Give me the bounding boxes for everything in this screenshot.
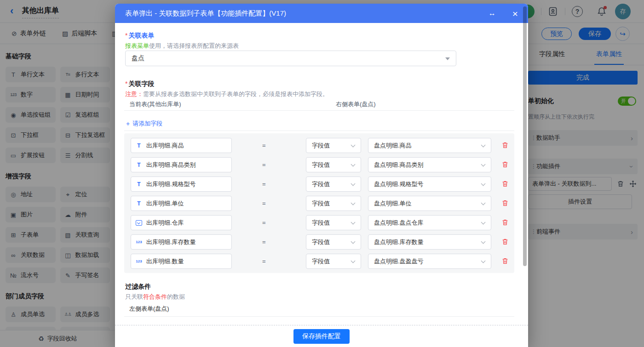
expand-modal-icon[interactable]: ↔ — [489, 9, 496, 17]
source-field-label: 出库明细.数量 — [146, 257, 184, 266]
caret-down-icon — [445, 57, 450, 60]
field-mapping-row: T 出库明细.商品 = 字段值 盘点明细.商品 — [124, 138, 514, 153]
source-field-label: 出库明细.单位 — [146, 199, 184, 208]
close-modal-icon[interactable]: × — [512, 9, 518, 18]
source-field-label: 出库明细.库存数量 — [146, 238, 196, 246]
chevron-down-icon — [351, 201, 356, 205]
target-field-select[interactable]: 盘点明细.盘盈盘亏 — [368, 254, 491, 269]
value-type-value: 字段值 — [312, 142, 330, 150]
value-type-value: 字段值 — [312, 257, 330, 266]
delete-row-icon[interactable] — [501, 257, 509, 265]
operator-equals: = — [262, 219, 266, 226]
filter-highlight: 符合条件 — [143, 293, 167, 300]
value-type-select[interactable]: 字段值 — [306, 254, 361, 269]
source-field-box[interactable]: T 出库明细.单位 — [131, 196, 232, 211]
value-type-value: 字段值 — [312, 161, 330, 169]
value-type-value: 字段值 — [312, 180, 330, 188]
column-header-current-table: 当前表(其他出库单) — [129, 100, 181, 108]
target-field-select[interactable]: 盘点明细.商品 — [368, 138, 491, 153]
modal-scrollbar-thumb[interactable] — [523, 6, 527, 266]
source-field-box[interactable]: 出库明细.仓库 — [131, 215, 232, 230]
delete-row-icon[interactable] — [501, 199, 509, 207]
delete-row-icon[interactable] — [501, 161, 509, 168]
related-fields-label: *关联字段 — [125, 80, 154, 88]
field-mapping-row: 123 出库明细.数量 = 字段值 盘点明细.盘盈盘亏 — [124, 254, 514, 269]
related-fields-note: 注意：需要从报表多选数据中关联到子表单的字段，必须是报表中添加字段。 — [125, 90, 328, 98]
column-header-right-table: 右侧表单(盘点) — [336, 100, 376, 108]
delete-row-icon[interactable] — [501, 238, 509, 245]
value-type-value: 字段值 — [312, 199, 330, 208]
target-field-select[interactable]: 盘点明细.单位 — [368, 196, 491, 211]
value-type-select[interactable]: 字段值 — [306, 138, 361, 153]
source-field-label: 出库明细.商品类别 — [146, 161, 196, 169]
source-field-box[interactable]: 123 出库明细.库存数量 — [131, 234, 232, 250]
delete-row-icon[interactable] — [501, 180, 509, 188]
report-menu-highlight: 报表菜单 — [125, 42, 149, 49]
value-type-select[interactable]: 字段值 — [306, 215, 361, 230]
required-mark: * — [125, 80, 127, 87]
number-field-icon: 123 — [136, 260, 142, 263]
value-type-select[interactable]: 字段值 — [306, 157, 361, 172]
save-plugin-config-button[interactable]: 保存插件配置 — [293, 329, 350, 344]
text-field-icon: T — [136, 162, 142, 168]
related-form-select[interactable]: 盘点 — [125, 51, 456, 66]
note-highlight: 注意： — [125, 91, 143, 97]
filter-left-table-label: 左侧表单(盘点) — [129, 305, 169, 313]
select-field-icon — [136, 220, 142, 226]
filter-condition-label: 过滤条件 — [125, 283, 151, 291]
target-field-select[interactable]: 盘点明细.库存数量 — [368, 234, 491, 250]
text-field-icon: T — [136, 201, 142, 206]
target-field-value: 盘点明细.商品类别 — [374, 161, 424, 169]
number-field-icon: 123 — [136, 240, 142, 244]
chevron-down-icon — [351, 239, 356, 244]
target-field-value: 盘点明细.商品 — [374, 142, 412, 150]
chevron-down-icon — [351, 162, 356, 167]
chevron-down-icon — [481, 182, 486, 186]
modal-body: *关联表单 报表菜单使用，请选择报表所配置的来源表 盘点 *关联字段 注意：需要… — [115, 23, 528, 325]
related-form-desc: 报表菜单使用，请选择报表所配置的来源表 — [125, 42, 239, 50]
target-field-value: 盘点明细.规格型号 — [374, 180, 424, 188]
field-mapping-row: T 出库明细.商品类别 = 字段值 盘点明细.商品类别 — [124, 157, 514, 172]
value-type-select[interactable]: 字段值 — [306, 234, 361, 250]
source-field-box[interactable]: T 出库明细.商品类别 — [131, 157, 232, 172]
operator-equals: = — [262, 181, 266, 188]
value-type-select[interactable]: 字段值 — [306, 176, 361, 192]
value-type-select[interactable]: 字段值 — [306, 196, 361, 211]
chevron-down-icon — [481, 220, 486, 225]
chevron-down-icon — [351, 182, 356, 186]
modal-footer: 保存插件配置 — [115, 325, 528, 347]
target-field-value: 盘点明细.库存数量 — [374, 238, 424, 246]
divider — [124, 316, 514, 317]
operator-equals: = — [262, 258, 266, 265]
source-field-label: 出库明细.商品 — [146, 142, 184, 150]
plugin-config-modal: 表单弹出 - 关联数据到子表单【功能插件配置】(V17) ↔ × *关联表单 报… — [115, 4, 528, 347]
filter-condition-desc: 只关联符合条件的数据 — [125, 293, 185, 301]
field-mapping-row: 出库明细.仓库 = 字段值 盘点明细.盘点仓库 — [124, 215, 514, 230]
divider — [124, 110, 514, 111]
value-type-value: 字段值 — [312, 219, 330, 227]
add-field-link[interactable]: + 请添加字段 — [126, 119, 162, 128]
operator-equals: = — [262, 200, 266, 207]
modal-header: 表单弹出 - 关联数据到子表单【功能插件配置】(V17) ↔ × — [115, 4, 528, 23]
target-field-value: 盘点明细.盘盈盘亏 — [374, 257, 424, 266]
source-field-box[interactable]: T 出库明细.商品 — [131, 138, 232, 153]
chevron-down-icon — [351, 220, 356, 225]
field-mapping-panel: T 出库明细.商品 = 字段值 盘点明细.商品 T 出库明细.商品类别 = 字段… — [124, 133, 514, 273]
target-field-select[interactable]: 盘点明细.商品类别 — [368, 157, 491, 172]
source-field-box[interactable]: T 出库明细.规格型号 — [131, 176, 232, 192]
delete-row-icon[interactable] — [501, 142, 509, 149]
divider — [124, 131, 514, 131]
text-field-icon: T — [136, 143, 142, 148]
chevron-down-icon — [481, 239, 486, 244]
text-field-icon: T — [136, 182, 142, 187]
target-field-select[interactable]: 盘点明细.规格型号 — [368, 176, 491, 192]
target-field-select[interactable]: 盘点明细.盘点仓库 — [368, 215, 491, 230]
source-field-label: 出库明细.仓库 — [146, 219, 184, 227]
chevron-down-icon — [481, 162, 486, 167]
source-field-box[interactable]: 123 出库明细.数量 — [131, 254, 232, 269]
chevron-down-icon — [351, 259, 356, 263]
plus-icon: + — [126, 120, 130, 127]
delete-row-icon[interactable] — [501, 219, 509, 226]
field-mapping-row: 123 出库明细.库存数量 = 字段值 盘点明细.库存数量 — [124, 234, 514, 250]
operator-equals: = — [262, 161, 266, 168]
